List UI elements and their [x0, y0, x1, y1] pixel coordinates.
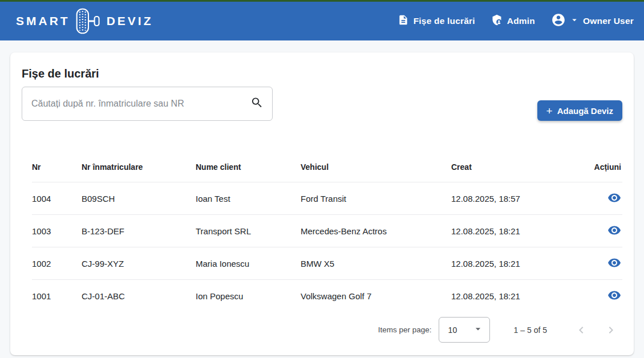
caret-down-icon [569, 15, 580, 27]
search-input[interactable] [22, 87, 273, 121]
cell-vehicle: Ford Transit [301, 194, 451, 204]
cell-vehicle: BMW X5 [301, 259, 451, 268]
col-header-vehicle: Vehicul [301, 162, 451, 172]
items-per-page-label: Items per page: [378, 326, 432, 334]
nav-item-fise-de-lucrari[interactable]: Fișe de lucrări [398, 14, 475, 28]
cell-nr: 1003 [32, 226, 82, 236]
table-header-row: Nr Nr înmatriculare Nume client Vehicul … [32, 152, 622, 182]
add-deviz-label: Adaugă Deviz [557, 106, 613, 116]
cell-nr: 1002 [32, 259, 82, 268]
admin-shield-icon [491, 14, 503, 28]
col-header-created: Creat [451, 162, 583, 172]
eye-icon [607, 198, 621, 206]
cell-plate: B-123-DEF [82, 226, 196, 236]
page-size-select[interactable]: 10 [439, 317, 490, 343]
cell-plate: B09SCH [82, 194, 196, 204]
logo-text-smart: SMART [16, 14, 70, 28]
chevron-left-icon [574, 323, 588, 337]
table-row: 1003 B-123-DEF Transport SRL Mercedes-Be… [32, 215, 622, 247]
search-icon[interactable] [250, 96, 264, 112]
col-header-client: Nume client [196, 162, 301, 172]
user-menu[interactable]: Owner User [551, 13, 634, 30]
document-icon [398, 14, 409, 28]
nav-item-admin[interactable]: Admin [491, 14, 535, 28]
eye-icon [607, 263, 621, 271]
worksheets-table: Nr Nr înmatriculare Nume client Vehicul … [22, 152, 622, 312]
worksheets-card: Fișe de lucrări + Adaugă Deviz Nr Nr înm… [10, 52, 634, 355]
next-page-button[interactable] [600, 319, 622, 341]
toolbar-row: + Adaugă Deviz [22, 87, 622, 121]
view-button[interactable] [607, 223, 621, 237]
nav-item-label: Admin [507, 16, 535, 26]
table-row: 1004 B09SCH Ioan Test Ford Transit 12.08… [32, 182, 622, 215]
logo-text-deviz: DEVIZ [107, 14, 153, 28]
col-header-nr: Nr [32, 162, 82, 172]
page-content: Fișe de lucrări + Adaugă Deviz Nr Nr înm… [0, 40, 644, 358]
tire-axle-icon [75, 8, 102, 34]
cell-created: 12.08.2025, 18:57 [451, 194, 583, 204]
search-box [22, 87, 273, 121]
add-deviz-button[interactable]: + Adaugă Deviz [537, 100, 622, 121]
cell-client: Ioan Test [196, 194, 301, 204]
view-button[interactable] [607, 288, 621, 302]
cell-plate: CJ-99-XYZ [82, 259, 196, 268]
cell-nr: 1001 [32, 291, 82, 301]
eye-icon [607, 295, 621, 304]
cell-client: Transport SRL [196, 226, 301, 236]
page-range-label: 1 – 5 of 5 [514, 326, 547, 335]
cell-client: Ion Popescu [196, 291, 301, 301]
cell-vehicle: Volkswagen Golf 7 [301, 291, 451, 301]
account-circle-icon [551, 13, 566, 30]
table-row: 1001 CJ-01-ABC Ion Popescu Volkswagen Go… [32, 280, 622, 312]
cell-client: Maria Ionescu [196, 259, 301, 268]
view-button[interactable] [607, 256, 621, 270]
cell-created: 12.08.2025, 18:21 [451, 291, 583, 301]
eye-icon [607, 230, 621, 239]
cell-vehicle: Mercedes-Benz Actros [301, 226, 451, 236]
cell-created: 12.08.2025, 18:21 [451, 226, 583, 236]
previous-page-button[interactable] [570, 319, 593, 341]
cell-nr: 1004 [32, 194, 82, 204]
table-row: 1002 CJ-99-XYZ Maria Ionescu BMW X5 12.0… [32, 247, 622, 280]
nav-item-label: Fișe de lucrări [414, 16, 475, 26]
caret-down-icon [472, 323, 484, 336]
main-nav: Fișe de lucrări Admin Owner User [398, 13, 634, 30]
page-title: Fișe de lucrări [22, 67, 622, 80]
app-logo[interactable]: SMART DEVIZ [16, 8, 153, 34]
page-size-value: 10 [448, 326, 457, 335]
plus-icon: + [546, 105, 553, 116]
cell-created: 12.08.2025, 18:21 [451, 259, 583, 268]
chevron-right-icon [604, 323, 618, 337]
paginator: Items per page: 10 1 – 5 of 5 [378, 317, 622, 343]
user-name: Owner User [583, 16, 634, 26]
col-header-actions: Acțiuni [583, 162, 622, 172]
view-button[interactable] [607, 191, 621, 205]
app-header: SMART DEVIZ Fișe de lucrări [0, 2, 644, 40]
col-header-plate: Nr înmatriculare [82, 162, 196, 172]
cell-plate: CJ-01-ABC [82, 291, 196, 301]
